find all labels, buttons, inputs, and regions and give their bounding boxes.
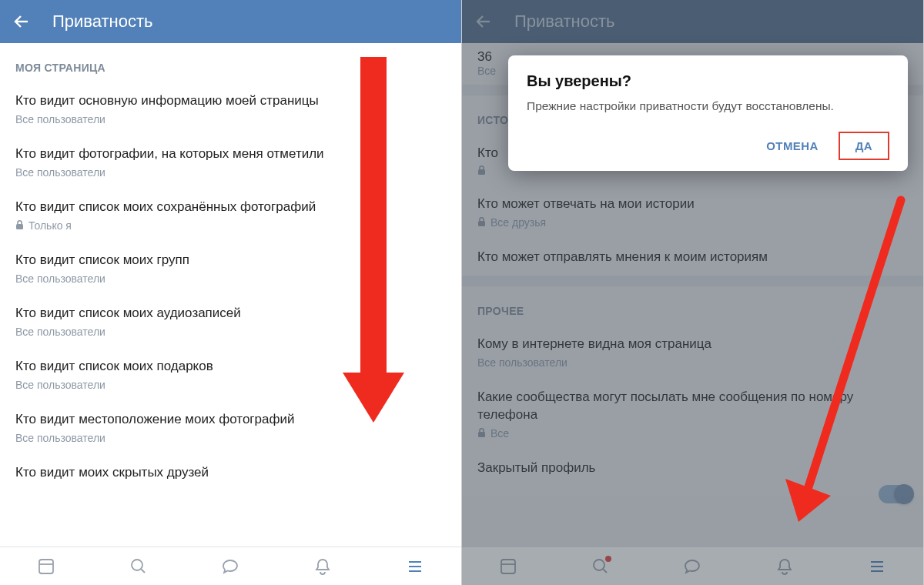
setting-label: Кто видит местоположение моих фотографий [15,411,446,429]
setting-row[interactable]: Кто видит моих скрытых друзей [0,453,461,491]
setting-label: Кто видит список моих групп [15,252,446,269]
nav-menu-icon[interactable] [400,551,430,582]
setting-row[interactable]: Кто видит список моих сохранённых фотогр… [0,188,461,241]
nav-messages-icon[interactable] [215,551,246,582]
svg-rect-1 [39,560,53,573]
nav-search-icon[interactable] [123,551,154,582]
setting-label: Кто видит список моих сохранённых фотогр… [15,199,446,216]
setting-value: Все пользователи [15,113,446,125]
setting-row[interactable]: Кто видит местоположение моих фотографий… [0,400,461,453]
setting-label: Кто видит основную информацию моей стран… [15,92,446,110]
setting-value: Все пользователи [15,432,446,444]
setting-row[interactable]: Кто видит фотографии, на которых меня от… [0,135,461,188]
header: Приватность [0,0,461,43]
setting-value: Все пользователи [15,326,446,338]
setting-value: Все пользователи [15,379,446,391]
setting-row[interactable]: Кто видит основную информацию моей стран… [0,82,461,135]
setting-row[interactable]: Кто видит список моих подарков Все польз… [0,347,461,400]
setting-value: Все пользователи [15,272,446,285]
svg-point-2 [132,560,142,570]
dialog-actions: ОТМЕНА ДА [527,132,889,160]
confirm-dialog: Вы уверены? Прежние настройки приватност… [508,55,908,171]
svg-rect-0 [16,224,23,229]
confirm-button[interactable]: ДА [839,132,889,160]
setting-value: Только я [15,219,446,232]
setting-label: Кто видит фотографии, на которых меня от… [15,145,446,163]
dialog-title: Вы уверены? [527,72,889,90]
dialog-message: Прежние настройки приватности будут восс… [527,98,889,115]
section-header-my-page: МОЯ СТРАНИЦА [0,43,461,82]
setting-row[interactable]: Кто видит список моих аудиозаписей Все п… [0,294,461,347]
setting-value: Все пользователи [15,166,446,179]
bottom-nav [0,547,461,585]
left-screenshot: Приватность МОЯ СТРАНИЦА Кто видит основ… [0,0,462,585]
lock-icon [15,220,24,230]
right-screenshot: Приватность 36 Все ИСТО Кто Кто [462,0,924,585]
cancel-button[interactable]: ОТМЕНА [752,132,832,160]
setting-row[interactable]: Кто видит список моих групп Все пользова… [0,241,461,294]
setting-label: Кто видит список моих подарков [15,358,446,376]
nav-notifications-icon[interactable] [307,551,338,582]
nav-feed-icon[interactable] [31,551,62,582]
setting-label: Кто видит моих скрытых друзей [15,464,446,482]
page-title: Приватность [52,12,153,32]
settings-list: МОЯ СТРАНИЦА Кто видит основную информац… [0,43,461,547]
back-arrow-icon[interactable] [12,12,31,31]
setting-label: Кто видит список моих аудиозаписей [15,305,446,323]
